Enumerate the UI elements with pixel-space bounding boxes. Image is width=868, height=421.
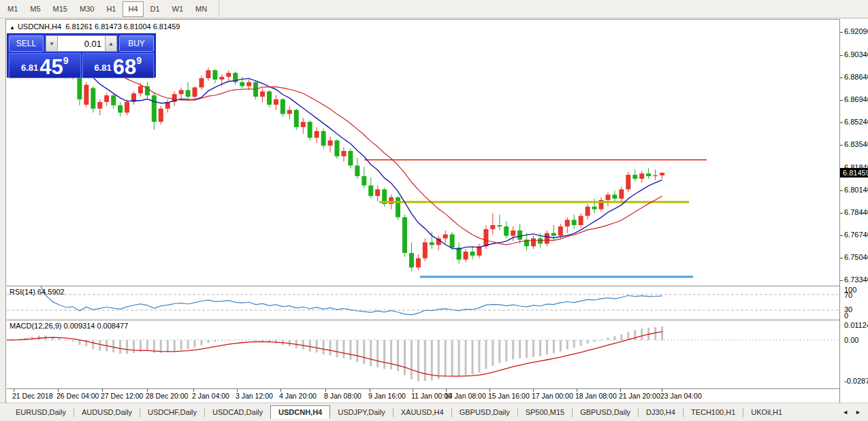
chart-tab-eurusd-daily[interactable]: EURUSD,Daily — [8, 405, 74, 419]
price-tick — [840, 190, 843, 191]
buy-price-main: 68 — [113, 58, 136, 76]
timeframe-button-m5[interactable]: M5 — [25, 1, 46, 17]
timeframe-toolbar: M1M5M15M30H1H4D1W1MN — [0, 0, 868, 18]
chart-ohlc-header: ▲USDCNH,H4 6.81261 6.81473 6.81004 6.814… — [10, 22, 180, 31]
chart-tab-audusd-daily[interactable]: AUDUSD,Daily — [74, 405, 140, 419]
time-axis-label: 21 Dec 2018 — [12, 392, 53, 400]
chart-tab-dj30-h4[interactable]: DJ30,H4 — [639, 405, 683, 419]
time-axis-label: 21 Jan 20:00 — [619, 392, 660, 400]
price-axis-label: 6.92090 — [844, 27, 868, 35]
buy-price-pip: 9 — [136, 55, 142, 66]
macd-svg — [7, 320, 839, 388]
chart-symbol-label: USDCNH,H4 — [18, 22, 61, 31]
rsi-label: RSI(14) 64.5902 — [10, 288, 65, 296]
chart-tab-xauusd-h4[interactable]: XAUUSD,H4 — [393, 405, 451, 419]
macd-axis-label: 0.011242 — [844, 321, 868, 329]
price-axis-label: 6.90340 — [844, 50, 868, 58]
toolbar-separator — [219, 1, 219, 17]
price-axis-label: 6.88640 — [844, 73, 868, 81]
volume-input[interactable]: 0.01 — [58, 35, 105, 52]
chart-tab-usdjpy-daily[interactable]: USDJPY,Daily — [330, 405, 393, 419]
chart-tab-ukoil-h1[interactable]: UKOil,H1 — [743, 405, 790, 419]
time-axis: 21 Dec 2018 26 Dec 04:00 27 Dec 12:00 28… — [7, 389, 839, 403]
chart-tab-gbpusd-daily[interactable]: GBPUSD,Daily — [452, 405, 517, 419]
macd-indicator-panel[interactable]: MACD(12,26,9) 0.009314 0.008477 — [7, 320, 839, 389]
timeframe-button-h4[interactable]: H4 — [123, 1, 143, 17]
time-axis-label: 9 Jan 16:00 — [368, 392, 406, 400]
price-tick — [840, 235, 843, 236]
time-axis-label: 18 Jan 08:00 — [575, 392, 617, 400]
price-tick — [840, 145, 843, 146]
macd-axis-label: 0.00 — [844, 336, 858, 344]
time-axis-label: 14 Jan 08:00 — [445, 392, 486, 400]
price-tick — [840, 213, 843, 214]
sell-button[interactable]: SELL — [9, 35, 44, 52]
timeframe-button-m1[interactable]: M1 — [2, 1, 23, 17]
chart-tab-sp500-m15[interactable]: SP500,M15 — [518, 405, 572, 419]
time-axis-label: 4 Jan 20:00 — [279, 392, 317, 400]
rsi-indicator-panel[interactable]: RSI(14) 64.5902 — [7, 286, 839, 320]
rsi-axis-label: 0 — [844, 311, 848, 320]
time-axis-label: 28 Dec 20:00 — [146, 392, 188, 400]
tab-scroll-right-icon[interactable]: ► — [855, 409, 861, 416]
rsi-svg — [7, 286, 839, 320]
time-axis-label: 15 Jan 16:00 — [488, 392, 530, 400]
macd-label: MACD(12,26,9) 0.009314 0.008477 — [10, 322, 128, 330]
rsi-axis-label: 70 — [844, 291, 852, 299]
price-axis-label: 6.83540 — [844, 140, 868, 148]
price-axis-label: 6.76740 — [844, 231, 868, 239]
chart-tab-usdcnh-h4[interactable]: USDCNH,H4 — [270, 405, 330, 419]
price-tick — [840, 100, 843, 101]
buy-button[interactable]: BUY — [119, 35, 154, 52]
buy-price-quote[interactable]: 6.81 68 9 — [82, 53, 155, 78]
chart-ohlc-values: 6.81261 6.81473 6.81004 6.81459 — [65, 22, 180, 31]
volume-stepper: ▼ 0.01 ▲ — [46, 35, 117, 52]
price-tick — [840, 280, 843, 281]
time-axis-label: 8 Jan 08:00 — [324, 392, 361, 400]
macd-axis-label: -0.028797 — [844, 377, 868, 385]
time-axis-label: 17 Jan 00:00 — [532, 392, 573, 400]
chart-tab-tech100-h1[interactable]: TECH100,H1 — [684, 405, 743, 419]
chart-tab-gbpusd-daily[interactable]: GBPUSD,Daily — [573, 405, 638, 419]
timeframe-button-m30[interactable]: M30 — [74, 1, 99, 17]
price-tick — [840, 122, 843, 123]
sell-price-main: 45 — [39, 58, 63, 76]
sell-price-pip: 9 — [63, 55, 69, 66]
chart-tab-bar: EURUSD,DailyAUDUSD,DailyUSDCHF,DailyUSDC… — [0, 403, 868, 421]
timeframe-button-d1[interactable]: D1 — [145, 1, 165, 17]
timeframe-button-w1[interactable]: W1 — [167, 1, 189, 17]
price-axis: 6.92090 6.90340 6.88640 6.86940 6.85240 … — [839, 19, 868, 403]
volume-decrease-icon[interactable]: ▼ — [46, 35, 58, 52]
price-axis-label: 6.75040 — [844, 253, 868, 261]
timeframe-button-m15[interactable]: M15 — [48, 1, 73, 17]
volume-increase-icon[interactable]: ▲ — [105, 35, 117, 52]
tab-scroll-left-icon[interactable]: ◄ — [842, 409, 848, 416]
price-axis-label: 6.78440 — [844, 208, 868, 216]
sell-price-prefix: 6.81 — [21, 63, 38, 73]
current-price-badge: 6.81459 — [840, 168, 868, 178]
buy-price-prefix: 6.81 — [94, 63, 111, 73]
price-axis-label: 6.85240 — [844, 118, 868, 126]
time-axis-label: 2 Jan 04:00 — [192, 392, 229, 400]
price-tick — [840, 32, 843, 33]
price-axis-label: 6.73340 — [844, 275, 868, 284]
time-axis-label: 27 Dec 12:00 — [101, 392, 143, 400]
price-axis-label: 6.86940 — [844, 95, 868, 103]
price-tick — [840, 55, 843, 56]
chart-tab-usdchf-daily[interactable]: USDCHF,Daily — [140, 405, 204, 419]
timeframe-button-mn[interactable]: MN — [190, 1, 212, 17]
tab-scroll-nav: ◄ ► — [842, 409, 868, 416]
price-tick — [840, 258, 843, 258]
chart-tab-usdcad-daily[interactable]: USDCAD,Daily — [205, 405, 270, 419]
time-axis-label: 23 Jan 04:00 — [660, 392, 702, 400]
price-axis-label: 6.80140 — [844, 186, 868, 194]
collapse-triangle-icon[interactable]: ▲ — [10, 24, 15, 31]
one-click-trading-panel: SELL ▼ 0.01 ▲ BUY 6.81 45 9 6.81 68 9 — [7, 33, 156, 78]
sell-price-quote[interactable]: 6.81 45 9 — [9, 53, 81, 78]
time-axis-label: 26 Dec 04:00 — [57, 392, 99, 400]
timeframe-button-h1[interactable]: H1 — [101, 1, 121, 17]
time-axis-label: 3 Jan 12:00 — [236, 392, 273, 400]
price-tick — [840, 78, 843, 78]
